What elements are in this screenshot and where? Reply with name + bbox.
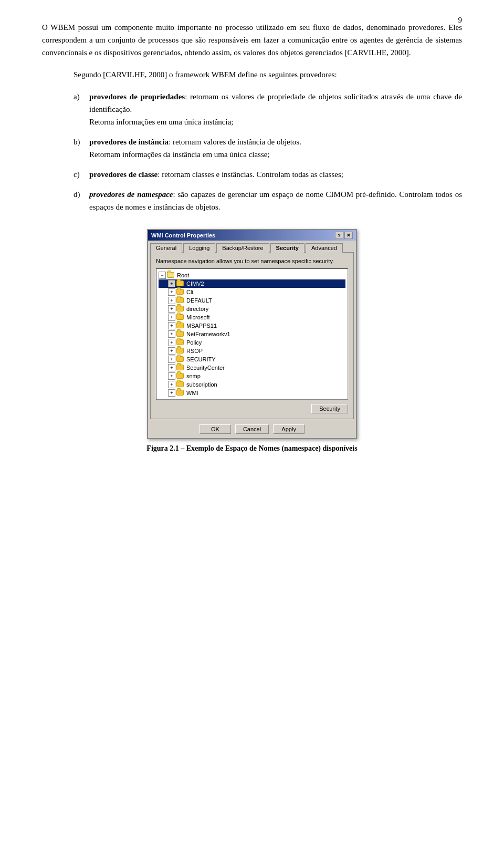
tab-general[interactable]: General bbox=[150, 243, 182, 253]
list-text-b1: : retornam valores de instância de objet… bbox=[169, 138, 301, 146]
paragraph-2: Segundo [CARVILHE, 2000] o framework WBE… bbox=[42, 68, 462, 81]
folder-default bbox=[176, 297, 185, 304]
ok-button[interactable]: OK bbox=[200, 424, 231, 434]
folder-snmp bbox=[176, 373, 185, 380]
folder-directory bbox=[176, 306, 185, 313]
security-button[interactable]: Security bbox=[311, 404, 348, 413]
expand-msapps11[interactable]: + bbox=[168, 322, 175, 329]
folder-securitycenter bbox=[176, 365, 185, 371]
tab-advanced[interactable]: Advanced bbox=[306, 243, 343, 253]
tree-item-rsop[interactable]: + RSOP bbox=[159, 347, 345, 355]
wmi-body: Namespace navigation allows you to set n… bbox=[150, 252, 354, 419]
wmi-security-button-row: Security bbox=[156, 404, 348, 413]
list-item-d: d) provedores de namespace: são capazes … bbox=[74, 188, 462, 213]
tree-label-policy: Policy bbox=[186, 339, 202, 346]
list-label-d: d) bbox=[74, 188, 89, 201]
list-bold-d: provedores de namespace bbox=[89, 190, 173, 199]
tree-label-security: SECURITY bbox=[186, 356, 216, 362]
tree-label-cimv2: CIMV2 bbox=[186, 280, 204, 287]
expand-security[interactable]: + bbox=[168, 356, 175, 363]
tree-item-root[interactable]: − Root bbox=[159, 271, 345, 279]
tree-item-policy[interactable]: + Policy bbox=[159, 338, 345, 347]
list-item-b: b) provedores de instância: retornam val… bbox=[74, 136, 462, 161]
expand-wmi[interactable]: + bbox=[168, 389, 175, 397]
tree-item-netfw[interactable]: + NetFrameworkv1 bbox=[159, 330, 345, 338]
wmi-close-button[interactable]: ✕ bbox=[344, 232, 353, 239]
list-content-a: provedores de propriedades: retornam os … bbox=[89, 90, 462, 128]
wmi-description: Namespace navigation allows you to set n… bbox=[156, 258, 348, 264]
tree-label-netfw: NetFrameworkv1 bbox=[186, 331, 230, 337]
list-label-b: b) bbox=[74, 136, 89, 148]
tree-label-default: DEFAULT bbox=[186, 297, 212, 304]
tree-item-security[interactable]: + SECURITY bbox=[159, 355, 345, 363]
tree-item-cimv2[interactable]: + CIMV2 bbox=[159, 279, 345, 288]
tree-label-directory: directory bbox=[186, 306, 208, 312]
tree-item-microsoft[interactable]: + Microsoft bbox=[159, 313, 345, 321]
wmi-help-button[interactable]: ? bbox=[335, 232, 343, 239]
folder-security bbox=[176, 356, 185, 363]
list-content-d: provedores de namespace: são capazes de … bbox=[89, 188, 462, 213]
list-text-a2: Retorna informações em uma única instânc… bbox=[89, 116, 462, 128]
wmi-window: WMI Control Properties ? ✕ General Loggi… bbox=[147, 229, 357, 439]
list-label-a: a) bbox=[74, 90, 89, 103]
folder-msapps11 bbox=[176, 323, 185, 329]
tree-item-snmp[interactable]: + snmp bbox=[159, 372, 345, 380]
folder-wmi bbox=[176, 390, 185, 397]
paragraph-1: O WBEM possui um componente muito import… bbox=[42, 21, 462, 59]
expand-cimv2[interactable]: + bbox=[168, 280, 175, 287]
list-text-c1: : retornam classes e instâncias. Control… bbox=[158, 170, 343, 179]
folder-cimv2 bbox=[176, 280, 185, 287]
cancel-button[interactable]: Cancel bbox=[235, 424, 269, 434]
tree-label-cli: Cli bbox=[186, 289, 193, 295]
tree-label-rsop: RSOP bbox=[186, 348, 203, 354]
wmi-titlebar-buttons: ? ✕ bbox=[335, 232, 353, 239]
expand-rsop[interactable]: + bbox=[168, 347, 175, 355]
tree-label-snmp: snmp bbox=[186, 373, 201, 379]
tree-label-root: Root bbox=[177, 272, 189, 278]
wmi-tree: − Root + CIMV2 + Cli bbox=[156, 268, 348, 400]
wmi-title: WMI Control Properties bbox=[151, 232, 215, 238]
figure-caption: Figura 2.1 – Exemplo de Espaço de Nomes … bbox=[146, 444, 357, 453]
list-item-c: c) provedores de classe: retornam classe… bbox=[74, 168, 462, 181]
tree-item-default[interactable]: + DEFAULT bbox=[159, 296, 345, 305]
expand-default[interactable]: + bbox=[168, 297, 175, 304]
folder-policy bbox=[176, 339, 185, 346]
page-number: 9 bbox=[458, 16, 463, 25]
folder-rsop bbox=[176, 348, 185, 355]
expand-cli[interactable]: + bbox=[168, 288, 175, 296]
list-label-c: c) bbox=[74, 168, 89, 181]
expand-snmp[interactable]: + bbox=[168, 372, 175, 380]
expand-subscription[interactable]: + bbox=[168, 381, 175, 388]
figure-container: WMI Control Properties ? ✕ General Loggi… bbox=[42, 229, 462, 453]
expand-policy[interactable]: + bbox=[168, 339, 175, 346]
tree-item-securitycenter[interactable]: + SecurityCenter bbox=[159, 363, 345, 372]
tree-item-msapps11[interactable]: + MSAPPS11 bbox=[159, 321, 345, 330]
wmi-titlebar: WMI Control Properties ? ✕ bbox=[148, 230, 356, 241]
folder-cli bbox=[176, 289, 185, 296]
list-item-a: a) provedores de propriedades: retornam … bbox=[74, 90, 462, 128]
list-content-b: provedores de instância: retornam valore… bbox=[89, 136, 462, 161]
apply-button[interactable]: Apply bbox=[273, 424, 304, 434]
tab-backup[interactable]: Backup/Restore bbox=[216, 243, 269, 253]
folder-root bbox=[167, 272, 175, 279]
tab-security[interactable]: Security bbox=[270, 243, 304, 253]
tree-label-microsoft: Microsoft bbox=[186, 314, 210, 320]
providers-list: a) provedores de propriedades: retornam … bbox=[74, 90, 462, 213]
tab-logging[interactable]: Logging bbox=[183, 243, 215, 253]
tree-label-msapps11: MSAPPS11 bbox=[186, 323, 217, 329]
figure-caption-text: Figura 2.1 – Exemplo de Espaço de Nomes … bbox=[146, 444, 357, 452]
tree-item-subscription[interactable]: + subscription bbox=[159, 380, 345, 389]
list-bold-c: provedores de classe bbox=[89, 170, 158, 179]
wmi-tabs: General Logging Backup/Restore Security … bbox=[148, 241, 356, 252]
expand-netfw[interactable]: + bbox=[168, 330, 175, 338]
expand-root[interactable]: − bbox=[159, 272, 166, 279]
expand-directory[interactable]: + bbox=[168, 305, 175, 313]
expand-securitycenter[interactable]: + bbox=[168, 364, 175, 371]
tree-item-directory[interactable]: + directory bbox=[159, 305, 345, 313]
folder-microsoft bbox=[176, 314, 185, 321]
tree-item-cli[interactable]: + Cli bbox=[159, 288, 345, 296]
list-content-c: provedores de classe: retornam classes e… bbox=[89, 168, 462, 181]
tree-label-subscription: subscription bbox=[186, 381, 217, 388]
expand-microsoft[interactable]: + bbox=[168, 314, 175, 321]
tree-item-wmi[interactable]: + WMI bbox=[159, 389, 345, 397]
